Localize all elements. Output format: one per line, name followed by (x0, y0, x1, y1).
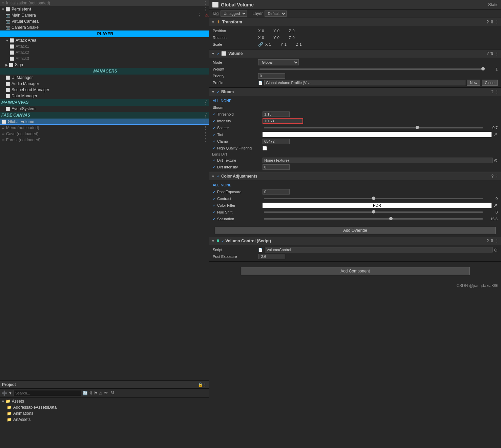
settings-icon[interactable]: ⇅ (490, 20, 494, 24)
target-icon[interactable]: ⊙ (494, 158, 498, 163)
mode-dropdown[interactable]: Global (258, 59, 299, 65)
dirt-texture-check[interactable]: ✓ (213, 158, 216, 163)
all-button[interactable]: ALL (213, 99, 220, 103)
bloom-header[interactable]: ▼ ✓ Bloom ? ⋮ (209, 88, 501, 96)
dots-menu-icon[interactable]: ⋮ (197, 13, 203, 18)
hierarchy-item-attackarea[interactable]: ▼ ⬜ Attack Area (0, 37, 209, 43)
settings-icon[interactable]: ⇅ (490, 51, 494, 56)
hue-slider[interactable] (264, 211, 483, 213)
pos-z[interactable]: 0 (292, 29, 302, 33)
hierarchy-item-eventsystem[interactable]: ⬜ EventSystem (0, 106, 209, 112)
settings-icon[interactable]: ⇅ (490, 239, 494, 243)
sync-icon[interactable]: ⇅ (89, 391, 92, 395)
priority-input[interactable] (258, 73, 285, 79)
hierarchy-section-fadecanvas[interactable]: FADE CANVAS ⋮ (0, 112, 209, 119)
hierarchy-item-datamanager[interactable]: ⬜ Data Manager (0, 93, 209, 99)
hierarchy-item[interactable]: ⚙ Initialization (not loaded) ⋮ (0, 0, 209, 6)
all-button[interactable]: ALL (213, 183, 220, 187)
pick-icon[interactable]: ↗ (494, 203, 498, 208)
tag-dropdown[interactable]: Untagged (221, 11, 247, 17)
dots-menu-icon[interactable]: ⋮ (203, 382, 207, 387)
bloom-check[interactable]: ✓ (217, 90, 220, 94)
saturation-check[interactable]: ✓ (213, 217, 216, 221)
pos-y[interactable]: 0 (277, 29, 288, 33)
new-button[interactable]: New (467, 80, 480, 86)
filter-icon[interactable]: ⚑ (94, 391, 98, 395)
scatter-slider[interactable] (264, 127, 483, 128)
hierarchy-item-virtualcamera[interactable]: 📷 Virtual Camera (0, 18, 209, 24)
none-button[interactable]: NONE (221, 99, 232, 103)
volumn-control-header[interactable]: ▼ # ✓ Volumn Control (Script) ? ⇅ ⋮ (209, 237, 501, 245)
volume-check[interactable]: ✓ (217, 52, 220, 56)
more-icon[interactable]: ⋮ (495, 174, 499, 179)
threshold-check[interactable]: ✓ (213, 112, 216, 117)
layer-dropdown[interactable]: Default (265, 11, 287, 17)
scale-y[interactable]: 1 (285, 42, 295, 46)
pos-x[interactable]: 0 (262, 29, 272, 33)
volumn-post-exp-input[interactable] (258, 254, 285, 259)
profile-input[interactable] (264, 80, 465, 85)
target-icon[interactable]: ⊙ (494, 247, 498, 252)
add-icon[interactable]: ➕ (1, 390, 7, 396)
hierarchy-item-uimanager[interactable]: ⬜ UI Manager (0, 75, 209, 81)
color-adjustments-header[interactable]: ▼ ✓ Color Adjustments ? ⋮ (209, 172, 501, 180)
clamp-check[interactable]: ✓ (213, 139, 216, 144)
folder-item-assets[interactable]: ▼ 📁 Assets (1, 398, 208, 404)
color-adj-check[interactable]: ✓ (217, 174, 220, 179)
hierarchy-item-attack1[interactable]: ⬜ Attack1 (0, 43, 209, 49)
scale-z[interactable]: 1 (299, 42, 310, 46)
hierarchy-item-sign[interactable]: ▶ ⬜ Sign (0, 62, 209, 68)
clone-button[interactable]: Clone (482, 80, 498, 86)
hue-check[interactable]: ✓ (213, 210, 216, 215)
dots-menu-icon[interactable]: ⋮ (203, 125, 209, 130)
hierarchy-item-globalvolume[interactable]: ⬜ Global Volume ⋮ (0, 119, 209, 125)
intensity-check[interactable]: ✓ (213, 119, 216, 123)
clamp-input[interactable] (263, 139, 290, 144)
dots-menu-icon[interactable]: ⋮ (203, 100, 209, 105)
hierarchy-section-managers[interactable]: MANAGERS (0, 68, 209, 75)
more-icon[interactable]: ⋮ (495, 239, 499, 243)
threshold-input[interactable] (263, 111, 290, 117)
post-exp-input[interactable] (263, 189, 290, 195)
dirt-intensity-check[interactable]: ✓ (213, 165, 216, 169)
dots-menu-icon[interactable]: ⋮ (203, 6, 209, 12)
volume-header[interactable]: ▼ ✓ ⬜ Volume ? ⇅ ⋮ (209, 49, 501, 58)
hierarchy-item-attack3[interactable]: ⬜ Attack3 (0, 56, 209, 62)
lock-icon[interactable]: 🔗 (258, 42, 263, 47)
rot-z[interactable]: 0 (292, 36, 302, 40)
hierarchy-section-player[interactable]: PLAYER (0, 30, 209, 37)
hierarchy-item-menu[interactable]: ⚙ Menu (not loaded) ⋮ (0, 125, 209, 131)
help-icon[interactable]: ? (486, 20, 489, 24)
hierarchy-section-maincanvas[interactable]: MAINCANVAS ⋮ (0, 99, 209, 106)
dirt-intensity-input[interactable] (263, 164, 290, 170)
intensity-input[interactable] (263, 118, 303, 124)
search-input[interactable] (14, 390, 81, 396)
hq-checkbox[interactable] (263, 146, 267, 150)
scatter-check[interactable]: ✓ (213, 126, 216, 130)
refresh-icon[interactable]: 🔄 (83, 391, 88, 395)
hq-check[interactable]: ✓ (213, 146, 216, 150)
script-input[interactable] (265, 247, 493, 252)
tint-color-picker[interactable] (263, 132, 492, 137)
volumn-check[interactable]: ✓ (221, 239, 224, 243)
lock-icon[interactable]: 🔒 (198, 382, 203, 387)
hierarchy-item-scenemanager[interactable]: ⬜ SceneLoad Manager (0, 87, 209, 93)
saturation-slider[interactable] (264, 218, 483, 220)
rot-x[interactable]: 0 (262, 36, 272, 40)
contrast-slider[interactable] (264, 198, 483, 199)
help-icon[interactable]: ? (491, 89, 494, 94)
more-icon[interactable]: ⋮ (495, 89, 499, 94)
folder-item-addressable[interactable]: 📁 AddressableAssetsData (1, 404, 208, 410)
warn-icon[interactable]: ⚠ (99, 391, 103, 395)
none-button[interactable]: NONE (221, 183, 232, 187)
post-exp-check[interactable]: ✓ (213, 190, 216, 194)
dirt-texture-input[interactable] (263, 158, 493, 163)
dots-menu-icon[interactable]: ⋮ (203, 113, 209, 118)
dots-menu-icon[interactable]: ⋮ (203, 131, 209, 137)
pick-icon[interactable]: ↗ (494, 132, 498, 137)
dropdown-icon[interactable]: ▼ (8, 391, 12, 395)
rot-y[interactable]: 0 (277, 36, 288, 40)
hierarchy-item-persistent[interactable]: ▼ ⬜ Persistent ⋮ (0, 6, 209, 12)
hierarchy-item-audiomanager[interactable]: ⬜ Audio Manager (0, 81, 209, 87)
folder-item-artassets[interactable]: 📁 ArtAssets (1, 416, 208, 423)
